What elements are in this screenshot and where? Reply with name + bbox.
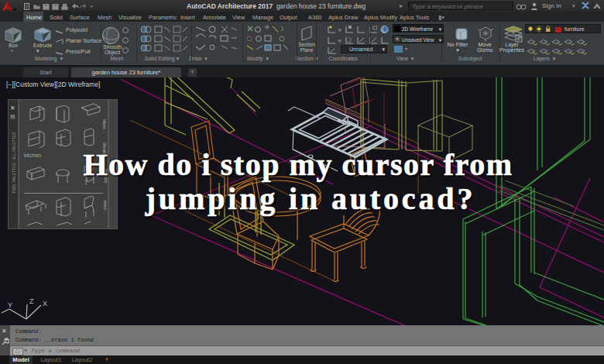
svg-text:Y: Y	[8, 301, 12, 309]
svg-text:X: X	[43, 300, 47, 307]
svg-text:▾: ▾	[572, 3, 575, 9]
svg-text:Z: Z	[29, 297, 34, 305]
